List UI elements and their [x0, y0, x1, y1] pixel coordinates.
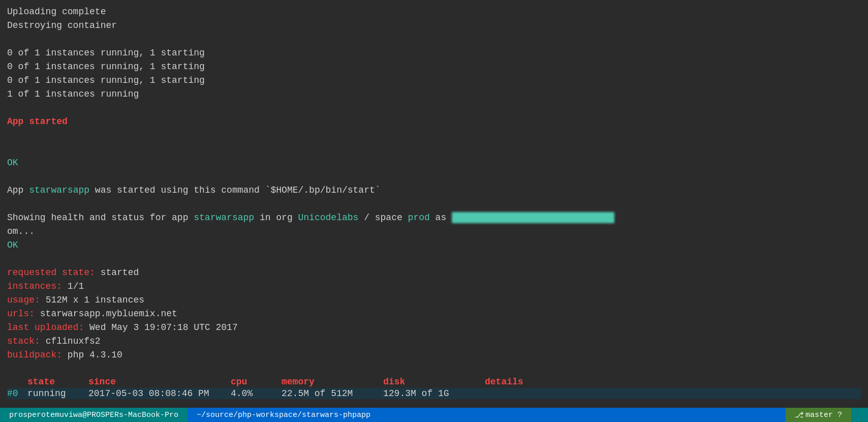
row-details	[485, 388, 586, 399]
line-stack: stack: cflinuxfs2	[7, 335, 861, 348]
col-since-header: since	[88, 377, 231, 387]
val-instances: 1/1	[68, 281, 84, 291]
col-memory-header: memory	[282, 377, 383, 387]
label-usage: usage:	[7, 295, 46, 305]
label-instances: instances:	[7, 281, 68, 291]
label-req-state: requested state:	[7, 267, 101, 278]
line-req-state: requested state: started	[7, 266, 861, 280]
col-state-header: state	[27, 377, 88, 387]
line-blank1	[7, 33, 861, 46]
val-urls: starwarsapp.mybluemix.net	[40, 309, 177, 319]
line-app-started: App started	[7, 115, 861, 129]
branch-name: master ?	[805, 411, 842, 419]
space-cyan: prod	[408, 213, 430, 223]
app-name2-cyan: starwarsapp	[194, 213, 254, 223]
val-stack: cflinuxfs2	[46, 336, 101, 346]
col-details-header: details	[485, 377, 586, 387]
branch-icon: ⎇	[795, 410, 803, 420]
row-memory: 22.5M of 512M	[282, 388, 383, 399]
table-header: state since cpu memory disk details	[7, 376, 861, 388]
line-uploading: Uploading complete	[7, 5, 861, 19]
val-buildpack: php 4.3.10	[68, 350, 122, 360]
line-app-cmd: App starwarsapp was started using this c…	[7, 184, 861, 197]
val-req-state: started	[101, 267, 139, 278]
label-urls: urls:	[7, 309, 40, 319]
line-instances-val: instances: 1/1	[7, 280, 861, 293]
line-blank5	[7, 170, 861, 184]
line-instances3: 0 of 1 instances running, 1 starting	[7, 74, 861, 87]
status-path: ~/source/php-workspace/starwars-phpapp	[188, 408, 786, 422]
line-blank7	[7, 252, 861, 266]
line-blank8	[7, 362, 861, 376]
app-name-cyan: starwarsapp	[29, 185, 89, 195]
line-last-uploaded: last uploaded: Wed May 3 19:07:18 UTC 20…	[7, 321, 861, 335]
line-blank6	[7, 197, 861, 211]
line-instances4: 1 of 1 instances running	[7, 87, 861, 101]
status-branch: ⎇ master ?	[786, 408, 851, 422]
org-cyan: Unicodelabs	[298, 213, 359, 223]
line-buildpack: buildpack: php 4.3.10	[7, 348, 861, 362]
line-blank4	[7, 142, 861, 156]
line-ok1: OK	[7, 156, 861, 170]
val-usage: 512M x 1 instances	[46, 295, 144, 305]
line-om: om...	[7, 225, 861, 238]
line-urls: urls: starwarsapp.mybluemix.net	[7, 307, 861, 321]
line-ok2: OK	[7, 238, 861, 252]
row-cpu: 4.0%	[231, 388, 282, 399]
row-hash: #0	[7, 388, 27, 399]
val-last-uploaded: Wed May 3 19:07:18 UTC 2017	[89, 322, 238, 333]
line-usage: usage: 512M x 1 instances	[7, 293, 861, 307]
line-blank3	[7, 129, 861, 142]
col-disk-header: disk	[383, 377, 485, 387]
line-health: Showing health and status for app starwa…	[7, 211, 861, 225]
status-bar: prosperotemuviwa@PROSPERs-MacBook-Pro ~/…	[0, 408, 868, 422]
col-cpu-header: cpu	[231, 377, 282, 387]
redacted-text	[452, 212, 614, 223]
row-state: running	[27, 388, 88, 399]
line-instances1: 0 of 1 instances running, 1 starting	[7, 46, 861, 60]
label-buildpack: buildpack:	[7, 350, 68, 360]
line-blank2	[7, 101, 861, 115]
status-end	[851, 408, 868, 422]
label-stack: stack:	[7, 336, 46, 346]
line-destroying: Destroying container	[7, 19, 861, 33]
row-disk: 129.3M of 1G	[383, 388, 485, 399]
label-last-uploaded: last uploaded:	[7, 322, 89, 333]
row-since: 2017-05-03 08:08:46 PM	[88, 388, 231, 399]
table-row: #0 running 2017-05-03 08:08:46 PM 4.0% 2…	[7, 388, 861, 399]
line-instances2: 0 of 1 instances running, 1 starting	[7, 60, 861, 74]
status-user: prosperotemuviwa@PROSPERs-MacBook-Pro	[0, 408, 188, 422]
col-hash-header	[7, 377, 27, 387]
terminal: Uploading complete Destroying container …	[0, 0, 868, 408]
